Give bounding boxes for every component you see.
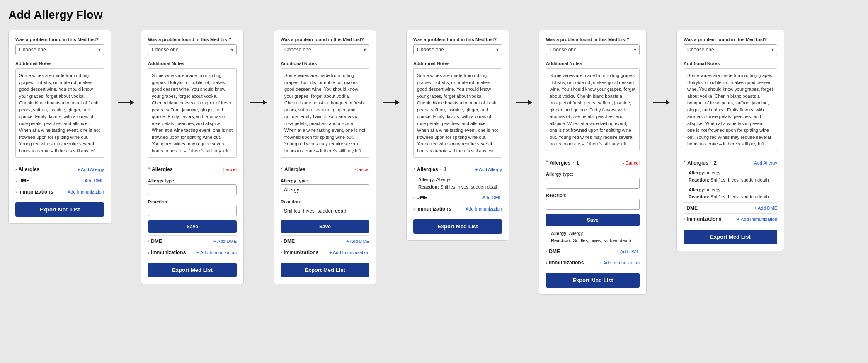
dme-toggle-4[interactable]: › DME xyxy=(413,195,427,201)
dme-toggle-1[interactable]: › DME xyxy=(15,178,29,184)
add-dme-link-4[interactable]: + Add DME xyxy=(479,195,502,200)
add-immunization-link-4[interactable]: + Add Immunization xyxy=(462,206,502,211)
export-btn-6[interactable]: Export Med List xyxy=(684,230,777,244)
dme-label-1: DME xyxy=(18,178,29,184)
notes-label-3: Additional Notes xyxy=(281,61,369,66)
save-btn-3[interactable]: Save xyxy=(281,220,369,233)
save-btn-2[interactable]: Save xyxy=(148,220,237,233)
add-allergy-link-1[interactable]: + Add Allergy xyxy=(77,167,104,172)
allergies-toggle-2[interactable]: ˅ Allergies xyxy=(148,167,173,172)
add-immunization-link-6[interactable]: + Add Immunization xyxy=(737,217,777,222)
select-wrapper-6[interactable]: Choose one xyxy=(684,44,777,55)
allergies-label-4: Allergies · 1 xyxy=(417,167,446,172)
add-dme-link-6[interactable]: + Add DME xyxy=(754,206,777,211)
immunizations-label-5: Immunizations xyxy=(549,260,584,266)
problem-select-5[interactable]: Choose one xyxy=(546,44,640,55)
allergies-toggle-4[interactable]: ˅ Allergies · 1 xyxy=(413,167,446,172)
arrow-2 xyxy=(250,96,267,109)
select-wrapper-3[interactable]: Choose one xyxy=(281,44,369,55)
export-btn-4[interactable]: Export Med List xyxy=(413,219,502,234)
add-immunization-link-3[interactable]: + Add Immunization xyxy=(329,250,369,255)
allergy-form-3: Allergy type: Reaction: Save xyxy=(281,175,369,235)
reaction-label-3: Reaction: xyxy=(281,199,369,204)
reaction-field-5: Reaction: xyxy=(546,193,640,210)
immunizations-label-2: Immunizations xyxy=(151,249,186,255)
select-wrapper-5[interactable]: Choose one xyxy=(546,44,640,55)
select-wrapper-2[interactable]: Choose one xyxy=(148,44,237,55)
dme-toggle-2[interactable]: › DME xyxy=(148,238,162,244)
export-btn-5[interactable]: Export Med List xyxy=(546,273,640,288)
allergies-toggle-1[interactable]: › Allergies xyxy=(15,167,39,172)
reaction-input-5[interactable] xyxy=(546,199,640,210)
dme-row-6: › DME + Add DME xyxy=(684,202,777,213)
dme-toggle-6[interactable]: › DME xyxy=(684,205,698,211)
question-label-1: Was a problem found in this Med List? xyxy=(15,37,104,42)
allergy-type-input-5[interactable] xyxy=(546,178,640,189)
add-immunization-link-2[interactable]: + Add Immunization xyxy=(196,250,237,255)
card-6: Was a problem found in this Med List? Ch… xyxy=(676,30,784,251)
add-immunization-link-1[interactable]: + Add Immunization xyxy=(64,189,104,194)
allergies-toggle-5[interactable]: ˅ Allergies · 1 xyxy=(546,160,579,166)
dme-row-5: › DME + Add DME xyxy=(546,246,640,257)
immunizations-label-4: Immunizations xyxy=(416,206,451,212)
immunizations-toggle-3[interactable]: › Immunizations xyxy=(281,249,318,255)
immunizations-label-3: Immunizations xyxy=(284,249,318,255)
add-allergy-link-6[interactable]: + Add Allergy xyxy=(750,160,777,165)
immunizations-toggle-4[interactable]: › Immunizations xyxy=(413,206,451,212)
add-dme-link-3[interactable]: + Add DME xyxy=(346,239,369,244)
export-btn-3[interactable]: Export Med List xyxy=(281,263,369,277)
arrow-1 xyxy=(118,96,134,109)
export-btn-2[interactable]: Export Med List xyxy=(148,263,237,277)
allergies-label-6: Allergies · 2 xyxy=(687,160,717,166)
allergy-type-input-3[interactable] xyxy=(281,184,369,195)
problem-select-3[interactable]: Choose one xyxy=(281,44,369,55)
allergy-type-field-2: Allergy type: xyxy=(148,178,237,195)
cancel-link-5[interactable]: - Cancel xyxy=(623,160,640,165)
chevron-right-icon-dme-5: › xyxy=(546,249,547,254)
arrow-4 xyxy=(516,96,532,109)
cancel-link-2[interactable]: - Cancel xyxy=(220,167,237,172)
allergies-row-3: ˅ Allergies - Cancel xyxy=(281,164,369,175)
add-immunization-link-5[interactable]: + Add Immunization xyxy=(599,260,640,265)
problem-select-1[interactable]: Choose one xyxy=(15,44,104,55)
immunizations-row-6: › Immunizations + Add Immunization xyxy=(684,213,777,225)
immunizations-toggle-2[interactable]: › Immunizations xyxy=(148,249,186,255)
question-label-6: Was a problem found in this Med List? xyxy=(684,37,777,42)
dme-row-2: › DME + Add DME xyxy=(148,235,237,247)
dme-toggle-5[interactable]: › DME xyxy=(546,249,560,254)
chevron-right-icon-1: › xyxy=(15,167,17,172)
allergy-type-input-2[interactable] xyxy=(148,184,237,195)
immunizations-label-1: Immunizations xyxy=(18,189,53,195)
dme-label-6: DME xyxy=(686,205,698,211)
save-btn-5[interactable]: Save xyxy=(546,214,640,226)
immunizations-toggle-6[interactable]: › Immunizations xyxy=(684,216,721,222)
immunizations-row-2: › Immunizations + Add Immunization xyxy=(148,247,237,258)
export-btn-1[interactable]: Export Med List xyxy=(15,202,104,217)
dme-toggle-3[interactable]: › DME xyxy=(281,238,295,244)
add-allergy-link-4[interactable]: + Add Allergy xyxy=(475,167,502,172)
arrow-5 xyxy=(653,96,670,109)
svg-marker-3 xyxy=(263,100,267,105)
question-label-2: Was a problem found in this Med List? xyxy=(148,37,237,42)
reaction-input-2[interactable] xyxy=(148,206,237,216)
problem-select-4[interactable]: Choose one xyxy=(413,44,502,55)
problem-select-6[interactable]: Choose one xyxy=(684,44,777,55)
allergies-toggle-6[interactable]: ˅ Allergies · 2 xyxy=(684,160,717,166)
reaction-input-3[interactable] xyxy=(281,206,369,216)
allergies-label-2: Allergies xyxy=(152,167,173,172)
notes-text-6: Some wines are made from rotting grapes:… xyxy=(684,68,777,151)
add-dme-link-2[interactable]: + Add DME xyxy=(213,239,237,244)
cancel-link-3[interactable]: - Cancel xyxy=(352,167,369,172)
chevron-right-icon-imm-6: › xyxy=(684,217,685,221)
immunizations-row-5: › Immunizations + Add Immunization xyxy=(546,257,640,268)
add-dme-link-1[interactable]: + Add DME xyxy=(81,178,104,183)
notes-text-1: Some wines are made from rotting grapes:… xyxy=(15,68,104,158)
immunizations-toggle-1[interactable]: › Immunizations xyxy=(15,189,53,195)
notes-label-4: Additional Notes xyxy=(413,61,502,66)
select-wrapper-4[interactable]: Choose one xyxy=(413,44,502,55)
immunizations-toggle-5[interactable]: › Immunizations xyxy=(546,260,584,266)
add-dme-link-5[interactable]: + Add DME xyxy=(616,249,640,254)
problem-select-2[interactable]: Choose one xyxy=(148,44,237,55)
allergies-toggle-3[interactable]: ˅ Allergies xyxy=(281,167,305,172)
select-wrapper-1[interactable]: Choose one xyxy=(15,44,104,55)
